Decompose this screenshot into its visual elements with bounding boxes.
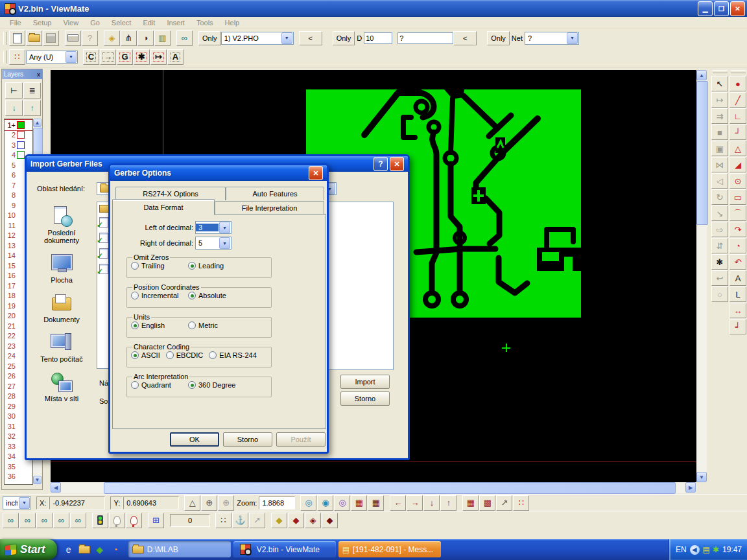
radio-absolute[interactable]: Absolute — [188, 292, 245, 299]
grid-capture-button[interactable]: ▦ — [351, 495, 367, 511]
layer-combo[interactable]: 1) V2.PHO▼ — [221, 32, 294, 45]
zoom-window-button[interactable]: ◉ — [317, 495, 333, 511]
taskbar-task-1[interactable]: D:\MLAB — [128, 541, 231, 557]
measure-diagonal-button[interactable]: ↗ — [496, 495, 512, 511]
folder-shortcut-shortcut[interactable] — [78, 543, 91, 556]
origin-button[interactable]: ⊕ — [201, 495, 217, 511]
chevron-down-icon[interactable]: ▼ — [567, 32, 578, 44]
layers-panel-titlebar[interactable]: Layers x — [2, 69, 42, 79]
toolbar-grip[interactable] — [731, 70, 746, 73]
draw-arc-ccw-button[interactable]: ↶ — [729, 254, 746, 270]
draw-elbow-button[interactable]: ┙ — [729, 319, 746, 334]
tab-auto-features[interactable]: Auto Features — [226, 187, 324, 200]
mirror-button[interactable]: ⋈ — [711, 157, 728, 172]
close-icon[interactable]: ✕ — [390, 157, 404, 171]
ie-shortcut[interactable]: e — [62, 543, 75, 556]
units-combo[interactable]: inch▼ — [3, 496, 31, 509]
lamp-off-button[interactable] — [109, 513, 125, 528]
minimize-button[interactable]: ▁ — [698, 1, 713, 16]
dcode-input[interactable] — [364, 32, 392, 44]
chevron-down-icon[interactable]: ▼ — [281, 32, 292, 44]
reader-shortcut[interactable]: ◆ — [93, 543, 106, 556]
view-selected-button[interactable]: ∞ — [53, 513, 69, 528]
tab-rs274x-options[interactable]: RS274-X Options — [115, 187, 226, 200]
view-negative-button[interactable]: ∞ — [70, 513, 86, 528]
new-file-button[interactable] — [9, 30, 25, 46]
select-cursor-button[interactable]: ↖ — [711, 76, 728, 91]
tab-data-format[interactable]: Data Format — [112, 199, 215, 215]
open-file-button[interactable] — [26, 30, 42, 46]
anchor-button[interactable]: ⚓ — [232, 513, 248, 528]
close-button[interactable]: ✕ — [730, 1, 745, 16]
prev-layer-button[interactable]: < — [299, 31, 322, 45]
vertical-scrollbar[interactable]: ▲ ▼ — [696, 70, 707, 482]
highlight-net-button[interactable]: ◆ — [322, 513, 338, 528]
lamp-probe-button[interactable] — [126, 513, 142, 528]
aperture-type-combo[interactable]: Any (U)▼ — [26, 51, 78, 64]
icq-tray-icon[interactable]: ✱ — [713, 546, 719, 554]
radio-eia-rs-244[interactable]: EIA RS-244 — [209, 351, 256, 359]
scroll-down-button[interactable]: ▼ — [696, 472, 707, 482]
tools-button[interactable]: ⋔ — [121, 30, 137, 46]
draw-triangle-button[interactable]: ◢ — [729, 157, 746, 172]
chevron-down-icon[interactable]: ▼ — [219, 222, 230, 233]
grid-show-button[interactable]: ▦ — [368, 495, 384, 511]
only-dcode-button[interactable]: Only — [333, 31, 355, 45]
move-button[interactable]: ↦ — [711, 92, 728, 108]
import-button[interactable]: Import — [340, 375, 390, 389]
radio-ascii[interactable]: ASCII — [131, 351, 160, 359]
net-combo[interactable]: ?▼ — [525, 32, 579, 45]
undo-button[interactable]: ↩ — [711, 270, 728, 286]
redraw-button[interactable]: ◈ — [104, 30, 120, 46]
taskbar-task-3[interactable]: ▤[191-482-091] - Mess... — [338, 541, 441, 557]
layer-row-2[interactable]: 2 — [5, 130, 32, 141]
menu-file[interactable]: File — [4, 18, 27, 28]
move-merge-button[interactable]: ⇨ — [711, 222, 728, 237]
layer-insert-button[interactable]: ⊢ — [5, 82, 23, 99]
draw-fan-button[interactable]: △ — [729, 141, 746, 156]
rotate-button[interactable]: ↻ — [711, 189, 728, 205]
pan-left-button[interactable]: ← — [390, 495, 406, 511]
grid-dots-button[interactable]: ∷ — [215, 513, 231, 528]
layer-row-1+[interactable]: 1+ — [5, 120, 32, 130]
shear-button[interactable]: ◁ — [711, 173, 728, 189]
radio-metric[interactable]: Metric — [188, 321, 245, 329]
jump-button[interactable]: ↦ — [150, 49, 167, 65]
taskbar-task-2[interactable]: V2.bin - ViewMate — [233, 541, 336, 557]
messenger-tray-icon[interactable]: ▤ — [703, 546, 710, 554]
text-a-button[interactable]: A — [167, 49, 184, 65]
chevron-down-icon[interactable]: ▼ — [219, 237, 230, 249]
step-repeat-button[interactable]: ⇵ — [711, 238, 728, 253]
radio-quadrant[interactable]: Quadrant — [131, 381, 188, 389]
scroll-up-button[interactable]: ▲ — [33, 119, 42, 127]
snap-point-button[interactable]: ○ — [711, 286, 728, 302]
film-colors-button[interactable]: ▥ — [154, 30, 171, 46]
toolbar-grip[interactable] — [3, 32, 6, 45]
toolbar-grip[interactable] — [713, 70, 728, 73]
menu-insert[interactable]: Insert — [161, 18, 191, 28]
gear-button[interactable]: ✱ — [711, 254, 728, 270]
radio-leading[interactable]: Leading — [188, 262, 245, 270]
firefox-shortcut[interactable]: ◔ — [109, 543, 122, 556]
layer-color-swatch[interactable] — [17, 151, 25, 159]
only-net-button[interactable]: Only — [487, 31, 510, 45]
preview-glasses-button[interactable]: ∞ — [176, 30, 193, 46]
highlight-pad-button[interactable]: ◆ — [288, 513, 304, 528]
layer-scroll-thumb[interactable] — [33, 128, 43, 155]
zoom-in-button[interactable]: ◎ — [300, 495, 316, 511]
snap-vector-button[interactable]: ↗ — [249, 513, 265, 528]
menu-go[interactable]: Go — [84, 18, 106, 28]
clip-view-button[interactable]: ◑ — [137, 30, 154, 46]
scroll-up-button[interactable]: ▲ — [696, 70, 707, 80]
draw-corner-button[interactable]: ┘ — [729, 124, 746, 140]
close-icon[interactable]: x — [37, 71, 40, 78]
prev-dcode-button[interactable]: < — [453, 31, 477, 45]
scale-button[interactable]: ↘ — [711, 205, 728, 221]
chevron-down-icon[interactable]: ▼ — [65, 51, 77, 63]
menu-edit[interactable]: Edit — [137, 18, 161, 28]
menu-tools[interactable]: Tools — [191, 18, 219, 28]
maximize-button[interactable]: ❐ — [714, 1, 729, 16]
scroll-down-button[interactable]: ▼ — [33, 476, 42, 484]
pan-up-button[interactable]: ↑ — [440, 495, 456, 511]
layer-row-3[interactable]: 3 — [5, 140, 32, 150]
